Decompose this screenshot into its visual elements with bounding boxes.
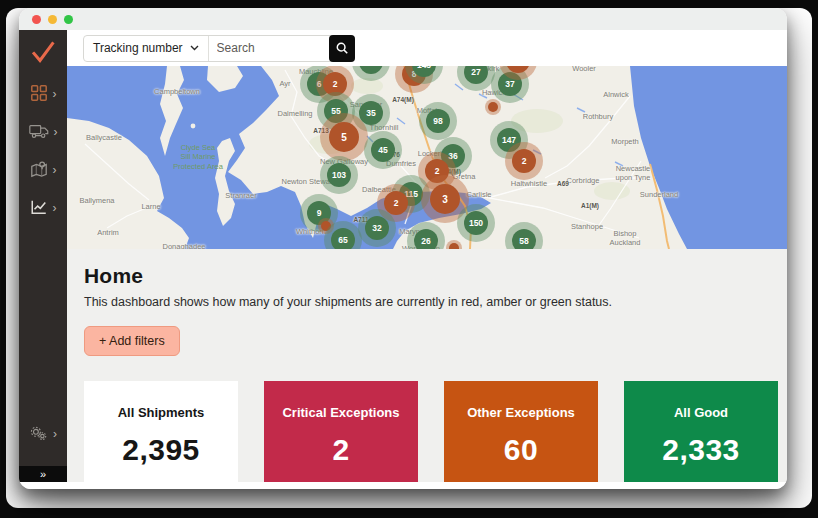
map-cluster-marker-green[interactable]: 150: [464, 211, 488, 235]
chevron-down-icon: [190, 45, 199, 51]
stat-card-all-shipments: All Shipments2,395: [84, 381, 238, 482]
chevron-right-icon: ›: [53, 88, 57, 100]
map-town-label: Ayr: [279, 79, 290, 88]
map-town-label: Gretna: [453, 172, 476, 181]
sidebar-item-map-pin[interactable]: ›: [19, 152, 67, 190]
page-description: This dashboard shows how many of your sh…: [84, 295, 770, 309]
dashboard-section: Home This dashboard shows how many of yo…: [67, 249, 787, 482]
map-cluster-marker-green[interactable]: 35: [359, 101, 383, 125]
map-cluster-marker-orange[interactable]: 3: [430, 184, 460, 214]
map-cluster-marker-green[interactable]: 27: [464, 66, 488, 84]
close-button[interactable]: [32, 15, 41, 24]
search-icon: [335, 41, 349, 55]
stat-card-all-good: All Good2,333: [624, 381, 778, 482]
map-town-label: Sunderland: [640, 190, 678, 199]
main-content: Tracking number: [67, 30, 787, 482]
map-road-label: A69: [557, 180, 569, 187]
map-cluster-marker-orange[interactable]: 2: [512, 149, 536, 173]
chevron-right-icon: ›: [53, 164, 57, 176]
map-pin-icon: [30, 160, 48, 182]
map-town-label: Stranraer: [225, 191, 256, 200]
map-cluster-marker-green[interactable]: 58: [512, 229, 536, 249]
map-road-label: A1(M): [581, 202, 599, 209]
app-window: › › › › › » Tracking number: [19, 8, 787, 489]
map-town-label: Campbeltown: [154, 87, 200, 96]
sidebar-item-truck[interactable]: ›: [19, 114, 67, 152]
map-town-label: Haltwhistle: [511, 179, 547, 188]
map-town-label: Stanhope: [571, 222, 603, 231]
stat-card-label: All Good: [624, 405, 778, 420]
map-town-label: Wooler: [572, 66, 596, 72]
stat-card-value: 2,395: [84, 433, 238, 467]
page-title: Home: [84, 264, 770, 288]
map-cluster-marker-green[interactable]: 37: [498, 72, 522, 96]
map-town-label: Morpeth: [611, 137, 639, 146]
stat-card-value: 60: [444, 433, 598, 467]
map-town-label: Antrim: [97, 228, 119, 237]
topbar: Tracking number: [67, 30, 787, 66]
chevron-right-icon: ›: [54, 126, 58, 138]
map-cluster-marker-orange[interactable]: 2: [425, 159, 449, 183]
dropdown-label: Tracking number: [93, 41, 183, 55]
stat-cards-row: All Shipments2,395Critical Exceptions2Ot…: [84, 381, 770, 482]
sidebar-expand-button[interactable]: »: [19, 466, 67, 482]
map-town-label: Rothbury: [583, 112, 613, 121]
sidebar-item-settings[interactable]: ›: [29, 416, 57, 454]
map-cluster-marker-green[interactable]: 45: [371, 138, 395, 162]
map-town-label: Larne: [141, 202, 160, 211]
map-cluster-marker-orange[interactable]: [449, 243, 459, 249]
zoom-button[interactable]: [64, 15, 73, 24]
stat-card-critical-exceptions: Critical Exceptions2: [264, 381, 418, 482]
stat-card-label: Other Exceptions: [444, 405, 598, 420]
search-input[interactable]: [209, 36, 329, 61]
map-town-label: Ballymena: [79, 196, 114, 205]
sidebar-nav: › › › ›: [19, 76, 67, 228]
map-cluster-marker-orange[interactable]: 5: [329, 122, 359, 152]
map-cluster-marker-orange[interactable]: 2: [384, 191, 408, 215]
map-cluster-marker-green[interactable]: 26: [414, 229, 438, 249]
grid-icon: [30, 84, 48, 106]
tracking-number-dropdown[interactable]: Tracking number: [84, 36, 208, 61]
map-cluster-marker-green[interactable]: 98: [426, 109, 450, 133]
map-town-label: Dumfries: [386, 159, 416, 168]
map-town-label: Bishop Auckland: [610, 229, 641, 247]
map-cluster-marker-green[interactable]: 55: [324, 99, 348, 123]
map-cluster-marker-green[interactable]: 65: [331, 228, 355, 249]
map-cluster-marker-orange[interactable]: [488, 102, 498, 112]
map-cluster-marker-orange[interactable]: 2: [323, 72, 347, 96]
map-cluster-marker-green[interactable]: 32: [365, 216, 389, 240]
stat-card-label: Critical Exceptions: [264, 405, 418, 420]
add-filters-button[interactable]: + Add filters: [84, 326, 180, 356]
map-cluster-marker-green[interactable]: [359, 66, 383, 74]
minimize-button[interactable]: [48, 15, 57, 24]
map-town-label: Dalmelling: [277, 109, 312, 118]
chevron-right-icon: ›: [53, 202, 57, 214]
map-road-label: A74(M): [392, 96, 414, 103]
gears-icon: [29, 425, 48, 446]
search-button[interactable]: [329, 35, 355, 62]
truck-icon: [29, 123, 49, 144]
map-road-label: A713: [313, 127, 329, 134]
map-cluster-marker-orange[interactable]: [321, 221, 331, 231]
map-town-label: Donaghadee: [163, 242, 206, 250]
stat-card-value: 2,333: [624, 433, 778, 467]
map-town-label: Corbridge: [567, 176, 600, 185]
sidebar-item-grid[interactable]: ›: [19, 76, 67, 114]
map-cluster-marker-green[interactable]: 147: [497, 128, 521, 152]
map-town-label: Newcastle upon Tyne: [616, 164, 651, 182]
window-titlebar: [19, 8, 787, 30]
stat-card-other-exceptions: Other Exceptions60: [444, 381, 598, 482]
window-footer: [19, 482, 787, 489]
map-sea-label: Clyde Sea Sill Marine Protected Area: [173, 143, 223, 171]
double-chevron-icon: »: [40, 468, 46, 480]
map-town-label: Alnwick: [603, 90, 628, 99]
map-cluster-marker-green[interactable]: 103: [327, 163, 351, 187]
map-canvas[interactable]: CampbeltownAyrMauchlineDalmellingSanquha…: [67, 66, 787, 249]
search-group: Tracking number: [83, 35, 355, 62]
app-logo-check-icon[interactable]: [30, 37, 56, 67]
stat-card-label: All Shipments: [84, 405, 238, 420]
sidebar: › › › › › »: [19, 30, 67, 482]
sidebar-item-chart-line[interactable]: ›: [19, 190, 67, 228]
chevron-right-icon: ›: [53, 428, 57, 440]
map-town-label: Carlisle: [466, 190, 491, 199]
